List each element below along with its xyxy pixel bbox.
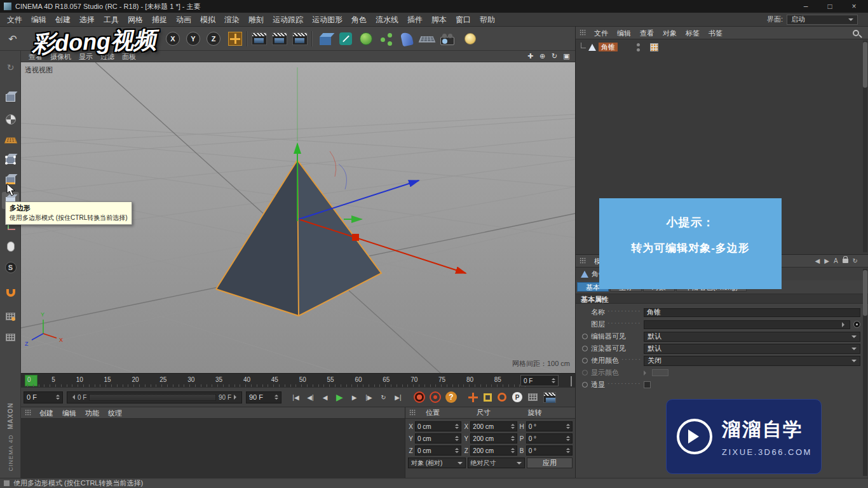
- stepper-icon[interactable]: [455, 448, 459, 453]
- attribute-manager-scrollbar[interactable]: [863, 269, 867, 476]
- menu-item[interactable]: 编辑: [27, 13, 51, 27]
- panel-grip-icon[interactable]: [409, 409, 416, 416]
- texture-mode-button[interactable]: [2, 111, 19, 128]
- play-button[interactable]: ▶: [333, 391, 346, 403]
- object-manager-scrollbar[interactable]: [863, 41, 867, 252]
- stepper-icon[interactable]: [455, 436, 459, 441]
- lock-icon[interactable]: [843, 259, 848, 263]
- record-keyframe-button[interactable]: [414, 391, 425, 403]
- object-name-label[interactable]: 角锥: [599, 43, 618, 51]
- search-icon[interactable]: [853, 30, 859, 36]
- history-forward-icon[interactable]: ▶: [824, 257, 829, 264]
- array-generator-button[interactable]: [377, 30, 395, 48]
- prev-key-button[interactable]: ◀|: [304, 391, 317, 403]
- menu-item[interactable]: 插件: [403, 13, 427, 27]
- scrollbar-thumb[interactable]: [863, 42, 867, 88]
- position-input[interactable]: 0 cm: [415, 445, 461, 456]
- keyframe-toggle-icon[interactable]: [582, 358, 588, 363]
- orbit-icon[interactable]: ↻: [550, 52, 559, 60]
- rotation-input[interactable]: 0 °: [526, 433, 573, 444]
- size-mode-select[interactable]: 绝对尺寸: [468, 458, 526, 468]
- panel-grip-icon[interactable]: [25, 409, 31, 416]
- menu-item[interactable]: 流水线: [371, 13, 403, 27]
- x-axis-grab-handle[interactable]: [352, 234, 359, 241]
- ruler-frame-field[interactable]: 0 F: [520, 375, 559, 386]
- camera-button[interactable]: [438, 30, 456, 48]
- position-input[interactable]: 0 cm: [415, 433, 461, 444]
- layer-picker-icon[interactable]: [853, 321, 860, 328]
- basic-properties-header[interactable]: 基本属性: [576, 294, 868, 304]
- menu-item[interactable]: 脚本: [427, 13, 451, 27]
- layer-field[interactable]: [644, 320, 850, 329]
- render-picture-viewer-button[interactable]: [271, 30, 288, 48]
- current-frame-field[interactable]: 0 F: [24, 391, 63, 403]
- render-view-button[interactable]: [250, 30, 268, 48]
- refresh-icon[interactable]: ↻: [853, 257, 858, 264]
- timeline-range-slider[interactable]: 0 F 90 F: [67, 391, 242, 403]
- rotation-input[interactable]: 0 °: [526, 445, 573, 456]
- stepper-icon[interactable]: [552, 378, 555, 383]
- apply-button[interactable]: 应用: [527, 458, 573, 468]
- make-editable-button[interactable]: ↻: [2, 58, 19, 76]
- range-left-arrow-icon[interactable]: [70, 395, 75, 400]
- deformer-button[interactable]: [398, 30, 416, 48]
- menu-item[interactable]: 雕刻: [244, 13, 268, 27]
- next-key-button[interactable]: |▶: [362, 391, 376, 403]
- keyframe-toggle-icon[interactable]: [582, 370, 588, 376]
- menu-item[interactable]: 创建: [51, 13, 75, 27]
- xray-checkbox[interactable]: [644, 381, 651, 388]
- object-manager-menu-item[interactable]: 编辑: [613, 27, 635, 39]
- history-back-icon[interactable]: ◀: [815, 257, 820, 264]
- size-input[interactable]: 200 cm: [470, 421, 517, 431]
- workplane-mode-button[interactable]: [2, 131, 19, 148]
- stepper-icon[interactable]: [566, 436, 570, 441]
- subdivision-surface-button[interactable]: [357, 30, 375, 48]
- goto-end-button[interactable]: ▶|: [391, 391, 405, 403]
- record-rotation-icon[interactable]: [498, 393, 506, 402]
- object-manager-menu-item[interactable]: 查看: [635, 27, 658, 39]
- name-input[interactable]: 角锥: [644, 308, 860, 317]
- keyframe-toggle-icon[interactable]: [582, 334, 588, 339]
- stepper-icon[interactable]: [566, 424, 570, 429]
- lock-z-button[interactable]: Z: [205, 30, 222, 48]
- loop-button[interactable]: ↻: [377, 391, 390, 403]
- material-menu-item[interactable]: 功能: [81, 407, 104, 419]
- snap-toggle-button[interactable]: S: [2, 259, 19, 276]
- menu-item[interactable]: 运动图形: [308, 13, 347, 27]
- end-frame-field[interactable]: 90 F: [246, 391, 281, 403]
- stepper-icon[interactable]: [566, 448, 570, 453]
- size-input[interactable]: 200 cm: [470, 445, 517, 456]
- zoom-icon[interactable]: ⊕: [538, 52, 547, 60]
- object-manager-menu-item[interactable]: 对象: [658, 27, 681, 39]
- spline-pen-button[interactable]: [337, 30, 355, 48]
- record-pla-icon[interactable]: [528, 393, 538, 401]
- menu-item[interactable]: 帮助: [475, 13, 499, 27]
- menu-item[interactable]: 文件: [3, 13, 27, 27]
- viewport-solo-button[interactable]: [2, 238, 19, 255]
- object-list-item[interactable]: 角锥: [576, 41, 868, 53]
- timeline-options-icon[interactable]: [571, 377, 572, 386]
- minimize-button[interactable]: –: [796, 0, 816, 13]
- autokey-button[interactable]: [430, 391, 441, 403]
- menu-item[interactable]: 渲染: [220, 13, 244, 27]
- add-primitive-button[interactable]: [316, 30, 334, 48]
- maximize-button[interactable]: □: [820, 0, 840, 13]
- render-settings-button[interactable]: [291, 30, 309, 48]
- points-mode-button[interactable]: [2, 151, 19, 168]
- model-mode-button[interactable]: [2, 89, 19, 106]
- scrollbar-thumb[interactable]: [863, 270, 867, 316]
- object-manager-menu-item[interactable]: 标签: [681, 27, 704, 39]
- menu-item[interactable]: 窗口: [451, 13, 475, 27]
- size-input[interactable]: 200 cm: [470, 433, 517, 444]
- range-track[interactable]: [89, 394, 216, 401]
- visibility-dots-icon[interactable]: [637, 43, 640, 51]
- arrange-icon[interactable]: A: [834, 257, 838, 264]
- object-manager-menu-item[interactable]: 文件: [590, 27, 613, 39]
- menu-item[interactable]: 动画: [172, 13, 196, 27]
- menu-item[interactable]: 运动跟踪: [268, 13, 308, 27]
- floor-button[interactable]: [418, 30, 436, 48]
- maximize-view-icon[interactable]: ▣: [562, 52, 571, 60]
- lock-y-button[interactable]: Y: [184, 30, 202, 48]
- render-visibility-select[interactable]: 默认: [644, 344, 860, 354]
- menu-item[interactable]: 选择: [75, 13, 99, 27]
